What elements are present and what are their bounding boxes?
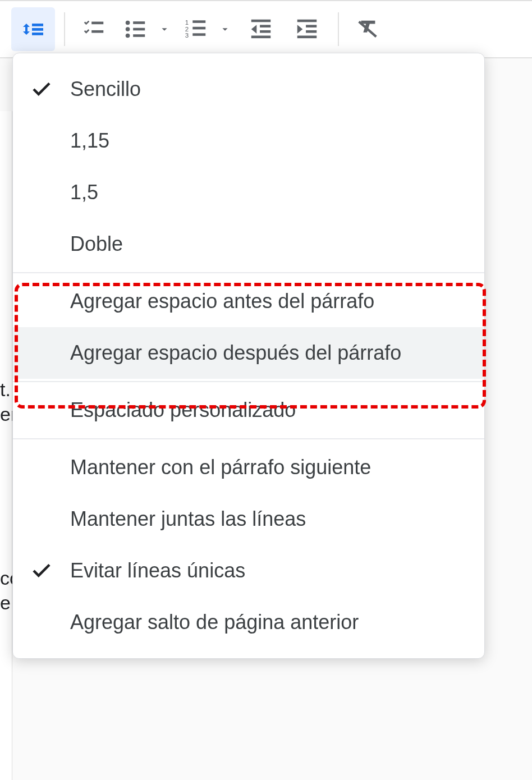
menu-separator [13,272,484,273]
svg-rect-24 [297,36,317,39]
menu-label: Agregar espacio después del párrafo [70,341,484,365]
menu-item-keep-lines-together[interactable]: Mantener juntas las líneas [13,493,484,545]
svg-rect-3 [91,22,103,25]
svg-rect-8 [133,21,145,24]
document-edge [0,111,12,780]
line-spacing-menu: Sencillo 1,15 1,5 Doble Agregar espacio … [12,53,485,659]
svg-rect-14 [192,20,205,23]
numbered-list-icon: 1 2 3 [183,16,209,42]
chevron-down-icon[interactable] [219,23,231,35]
svg-rect-20 [251,36,271,39]
increase-indent-button[interactable] [285,7,329,51]
menu-label: Mantener juntas las líneas [70,507,484,531]
menu-label: Agregar salto de página anterior [70,611,484,634]
menu-item-add-space-before[interactable]: Agregar espacio antes del párrafo [13,276,484,327]
svg-text:1: 1 [185,19,189,26]
svg-text:3: 3 [185,32,189,39]
checklist-button[interactable] [72,7,116,51]
menu-item-add-space-after[interactable]: Agregar espacio después del párrafo [13,327,484,379]
checklist-icon [81,16,107,42]
svg-point-7 [126,34,130,38]
menu-label: Espaciado personalizado [70,398,484,422]
menu-item-custom-spacing[interactable]: Espaciado personalizado [13,384,484,436]
doc-text-fragment: t. [0,377,11,402]
menu-label: 1,5 [70,181,484,204]
bulleted-list-icon [122,16,148,42]
svg-rect-16 [192,33,205,36]
menu-label: Sencillo [70,77,484,101]
toolbar-separator [64,12,65,46]
clear-formatting-button[interactable] [346,7,389,51]
toolbar: 1 2 3 [0,0,532,58]
menu-label: Mantener con el párrafo siguiente [70,456,484,479]
svg-rect-9 [133,28,145,31]
menu-label: 1,15 [70,129,484,153]
menu-item-add-page-break-before[interactable]: Agregar salto de página anterior [13,597,484,648]
menu-separator [13,381,484,382]
menu-label: Doble [70,232,484,256]
clear-formatting-icon [355,16,380,42]
menu-item-1-15[interactable]: 1,15 [13,115,484,167]
svg-rect-4 [91,30,103,33]
line-spacing-button[interactable] [11,7,55,51]
svg-rect-22 [306,25,317,27]
decrease-indent-button[interactable] [239,7,283,51]
chevron-down-icon[interactable] [158,23,171,35]
numbered-list-button[interactable]: 1 2 3 [178,7,213,51]
bulleted-list-button[interactable] [118,7,153,51]
line-spacing-icon [20,16,47,43]
increase-indent-icon [294,16,320,42]
doc-text-fragment: e [0,590,11,615]
toolbar-separator [338,12,339,46]
menu-item-double[interactable]: Doble [13,218,484,270]
svg-rect-17 [251,20,271,22]
check-icon [30,559,70,582]
decrease-indent-icon [248,16,274,42]
menu-label: Agregar espacio antes del párrafo [70,290,484,313]
menu-item-single[interactable]: Sencillo [13,63,484,115]
menu-separator [13,438,484,439]
svg-rect-19 [260,30,270,33]
svg-rect-23 [306,30,317,33]
svg-point-6 [126,27,130,31]
svg-rect-10 [133,34,145,37]
svg-rect-1 [32,28,43,31]
menu-item-1-5[interactable]: 1,5 [13,167,484,218]
svg-rect-15 [192,27,205,30]
svg-point-5 [126,21,130,25]
svg-rect-18 [260,25,270,27]
svg-rect-0 [32,24,43,26]
menu-item-prevent-single-lines[interactable]: Evitar líneas únicas [13,545,484,597]
svg-rect-2 [32,33,43,35]
menu-label: Evitar líneas únicas [70,559,484,582]
check-icon [30,77,70,101]
svg-text:2: 2 [185,26,189,33]
menu-item-keep-with-next[interactable]: Mantener con el párrafo siguiente [13,442,484,493]
svg-rect-21 [297,20,317,22]
